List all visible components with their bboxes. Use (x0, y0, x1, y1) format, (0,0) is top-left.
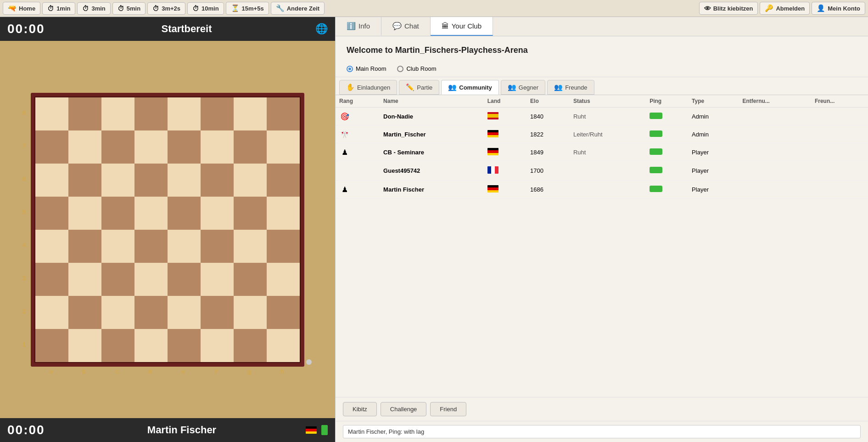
square-1f[interactable] (201, 329, 234, 362)
square-4d[interactable] (134, 230, 168, 263)
square-1g[interactable] (234, 329, 267, 362)
square-2d[interactable] (134, 296, 168, 329)
andere-zeit-button[interactable]: 🔧 Andere Zeit (271, 2, 325, 15)
square-6d[interactable] (134, 164, 168, 197)
square-6f[interactable] (201, 164, 234, 197)
square-8c[interactable] (101, 97, 134, 130)
square-6h[interactable] (267, 164, 300, 197)
square-5b[interactable] (68, 197, 101, 230)
3min-button[interactable]: ⏱ 3min (77, 2, 110, 15)
tab-your-club[interactable]: 🏛 Your Club (431, 17, 493, 36)
square-3h[interactable] (267, 263, 300, 296)
square-1e[interactable] (168, 329, 201, 362)
5min-button[interactable]: ⏱ 5min (112, 2, 146, 15)
square-5h[interactable] (267, 197, 300, 230)
club-room-option[interactable]: Club Room (397, 65, 436, 72)
square-7b[interactable] (68, 130, 101, 164)
square-7c[interactable] (101, 130, 134, 164)
kibitz-button[interactable]: Kibitz (343, 402, 377, 416)
square-5f[interactable] (201, 197, 234, 230)
square-1c[interactable] (101, 329, 134, 362)
square-1h[interactable] (267, 329, 300, 362)
square-7g[interactable] (234, 130, 267, 164)
sub-tab-partie[interactable]: ✏️ Partie (399, 80, 439, 95)
square-3g[interactable] (234, 263, 267, 296)
square-3a[interactable] (35, 263, 68, 296)
square-3b[interactable] (68, 263, 101, 296)
square-5a[interactable] (35, 197, 68, 230)
sub-tab-freunde[interactable]: 👥 Freunde (547, 80, 594, 95)
square-5c[interactable] (101, 197, 134, 230)
main-room-option[interactable]: Main Room (347, 65, 386, 72)
square-4g[interactable] (234, 230, 267, 263)
table-row[interactable]: 🎯 Don-Nadie 1840 Ruht Admin (336, 108, 868, 125)
square-2c[interactable] (101, 296, 134, 329)
square-2b[interactable] (68, 296, 101, 329)
tab-chat[interactable]: 💬 Chat (381, 17, 431, 36)
square-8f[interactable] (201, 97, 234, 130)
square-3d[interactable] (134, 263, 168, 296)
table-row[interactable]: Guest495742 1700 Player (336, 161, 868, 181)
square-3c[interactable] (101, 263, 134, 296)
home-button[interactable]: 🔫 Home (3, 2, 40, 15)
main-room-radio[interactable] (347, 66, 353, 72)
square-2f[interactable] (201, 296, 234, 329)
globe-icon: 🌐 (315, 23, 328, 35)
square-6b[interactable] (68, 164, 101, 197)
1min-button[interactable]: ⏱ 1min (42, 2, 75, 15)
square-8g[interactable] (234, 97, 267, 130)
status-input[interactable] (343, 425, 861, 438)
table-row[interactable]: ♟ Martin Fischer 1686 Player (336, 181, 868, 198)
table-row[interactable]: 🎌 Martin_Fischer 1822 Leiter/Ruht Admin (336, 125, 868, 143)
square-4f[interactable] (201, 230, 234, 263)
square-4e[interactable] (168, 230, 201, 263)
square-4a[interactable] (35, 230, 68, 263)
square-8a[interactable] (35, 97, 68, 130)
10min-button[interactable]: ⏱ 10min (187, 2, 224, 15)
square-7d[interactable] (134, 130, 168, 164)
square-8h[interactable] (267, 97, 300, 130)
friend-button[interactable]: Friend (430, 402, 466, 416)
info-icon: ℹ️ (347, 22, 356, 30)
bottom-timer: 00:00 (7, 423, 58, 437)
abmelden-button[interactable]: 🔑 Abmelden (760, 2, 810, 15)
challenge-button[interactable]: Challenge (381, 402, 427, 416)
square-6a[interactable] (35, 164, 68, 197)
square-2e[interactable] (168, 296, 201, 329)
table-row[interactable]: ♟ CB - Seminare 1849 Ruht Player (336, 143, 868, 161)
club-room-radio[interactable] (397, 66, 403, 72)
3m2s-button[interactable]: ⏱ 3m+2s (147, 2, 185, 15)
square-4h[interactable] (267, 230, 300, 263)
square-1b[interactable] (68, 329, 101, 362)
square-8d[interactable] (134, 97, 168, 130)
chess-board[interactable] (34, 96, 301, 363)
square-5e[interactable] (168, 197, 201, 230)
square-1d[interactable] (134, 329, 168, 362)
square-2g[interactable] (234, 296, 267, 329)
square-4c[interactable] (101, 230, 134, 263)
square-8e[interactable] (168, 97, 201, 130)
square-1a[interactable] (35, 329, 68, 362)
square-6g[interactable] (234, 164, 267, 197)
mein-konto-button[interactable]: 👤 Mein Konto (812, 2, 865, 15)
square-7a[interactable] (35, 130, 68, 164)
square-5g[interactable] (234, 197, 267, 230)
square-8b[interactable] (68, 97, 101, 130)
square-6c[interactable] (101, 164, 134, 197)
square-2a[interactable] (35, 296, 68, 329)
sub-tab-community[interactable]: 👥 Community (441, 80, 499, 95)
sub-tab-gegner[interactable]: 👥 Gegner (501, 80, 545, 95)
square-3f[interactable] (201, 263, 234, 296)
square-2h[interactable] (267, 296, 300, 329)
sub-tab-einladungen[interactable]: ✋ Einladungen (339, 80, 397, 95)
square-4b[interactable] (68, 230, 101, 263)
tab-info[interactable]: ℹ️ Info (336, 17, 381, 36)
square-3e[interactable] (168, 263, 201, 296)
15m5s-button[interactable]: ⏳ 15m+5s (226, 2, 269, 15)
square-7f[interactable] (201, 130, 234, 164)
square-5d[interactable] (134, 197, 168, 230)
square-7h[interactable] (267, 130, 300, 164)
square-6e[interactable] (168, 164, 201, 197)
square-7e[interactable] (168, 130, 201, 164)
blitz-kiebitzen-button[interactable]: 👁 Blitz kiebitzen (699, 2, 758, 15)
